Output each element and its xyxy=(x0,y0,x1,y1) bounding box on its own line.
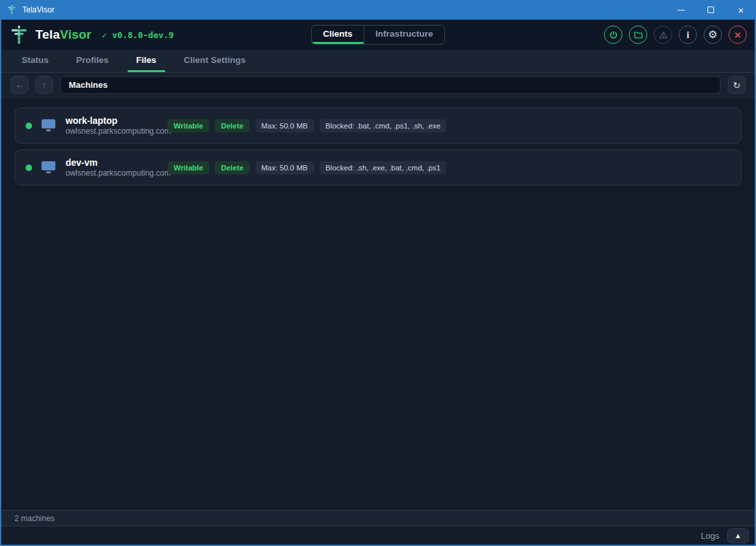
blocked-extensions-badge: Blocked: .bat, .cmd, .ps1, .sh, .exe xyxy=(320,119,447,132)
settings-button[interactable]: ⚙ xyxy=(704,26,722,44)
warning-icon xyxy=(658,30,668,40)
folder-icon xyxy=(633,30,643,40)
max-size-badge: Max: 50.0 MB xyxy=(255,161,314,174)
logs-label: Logs xyxy=(701,531,719,541)
back-arrow-icon: ← xyxy=(15,80,24,90)
app-icon xyxy=(7,5,17,15)
logs-bar: Logs ▲ xyxy=(1,526,755,545)
minimize-button[interactable] xyxy=(666,0,696,20)
blocked-extensions-badge: Blocked: .sh, .exe, .bat, .cmd, .ps1 xyxy=(320,161,447,174)
version-label: ✓ v0.8.0-dev.9 xyxy=(102,30,174,40)
path-input[interactable] xyxy=(60,76,721,94)
folder-button[interactable] xyxy=(629,26,647,44)
tab-client-settings[interactable]: Client Settings xyxy=(176,50,255,72)
refresh-button[interactable]: ↻ xyxy=(728,76,746,94)
tab-files[interactable]: Files xyxy=(128,50,165,72)
back-button[interactable]: ← xyxy=(10,76,28,94)
monitor-icon xyxy=(41,161,56,174)
app-window: TelaVisor × TelaVisor ✓ v0.8.0-dev.9 xyxy=(0,0,756,546)
machine-host: owlsnest.parkscomputing.com xyxy=(66,127,162,136)
info-icon: i xyxy=(687,30,689,40)
close-app-button[interactable]: × xyxy=(728,26,747,44)
close-red-icon: × xyxy=(734,29,741,41)
machine-card-work-laptop[interactable]: work-laptop owlsnest.parkscomputing.com … xyxy=(14,107,742,144)
refresh-icon: ↻ xyxy=(733,80,741,90)
status-bar: 2 machines xyxy=(1,510,755,526)
gear-icon: ⚙ xyxy=(708,29,717,40)
maximize-icon xyxy=(708,7,714,13)
tab-status[interactable]: Status xyxy=(13,50,57,72)
triangle-up-icon: ▲ xyxy=(734,532,742,539)
machine-host: owlsnest.parkscomputing.com xyxy=(66,168,162,178)
machine-card-dev-vm[interactable]: dev-vm owlsnest.parkscomputing.com Writa… xyxy=(14,149,742,185)
delete-badge: Delete xyxy=(215,119,250,132)
window-titlebar[interactable]: TelaVisor × xyxy=(0,0,756,20)
machine-name: work-laptop xyxy=(66,115,162,127)
up-arrow-icon: ↑ xyxy=(42,80,47,90)
max-size-badge: Max: 50.0 MB xyxy=(255,119,314,132)
info-button[interactable]: i xyxy=(679,26,697,44)
logs-expand-button[interactable]: ▲ xyxy=(727,528,749,543)
main-tab-switcher: Clients Infrastructure xyxy=(311,25,445,45)
machine-info: work-laptop owlsnest.parkscomputing.com xyxy=(66,115,162,136)
close-icon: × xyxy=(738,5,744,15)
machine-info: dev-vm owlsnest.parkscomputing.com xyxy=(66,157,162,178)
app-header: TelaVisor ✓ v0.8.0-dev.9 Clients Infrast… xyxy=(1,20,755,50)
writable-badge: Writable xyxy=(168,119,209,132)
window-title: TelaVisor xyxy=(22,5,54,14)
machine-badges: Writable Delete Max: 50.0 MB Blocked: .b… xyxy=(168,119,446,132)
minimize-icon xyxy=(677,10,685,10)
power-icon xyxy=(609,30,618,40)
power-button[interactable] xyxy=(604,26,622,44)
machine-name: dev-vm xyxy=(66,157,162,168)
window-controls: × xyxy=(666,0,756,20)
machine-badges: Writable Delete Max: 50.0 MB Blocked: .s… xyxy=(168,161,446,174)
header-actions: i ⚙ × xyxy=(604,26,747,44)
writable-badge: Writable xyxy=(168,161,209,174)
delete-badge: Delete xyxy=(215,161,250,174)
tab-clients[interactable]: Clients xyxy=(312,26,364,44)
telavisor-logo-icon xyxy=(9,24,29,45)
online-status-dot xyxy=(26,123,32,129)
file-navbar: ← ↑ ↻ xyxy=(1,72,755,97)
machine-count-label: 2 machines xyxy=(14,514,54,523)
close-window-button[interactable]: × xyxy=(726,0,756,20)
tab-infrastructure[interactable]: Infrastructure xyxy=(364,26,444,44)
monitor-icon xyxy=(41,119,56,132)
online-status-dot xyxy=(26,165,32,171)
app-title: TelaVisor xyxy=(35,28,92,42)
maximize-button[interactable] xyxy=(696,0,726,20)
client-tabbar: Status Profiles Files Client Settings xyxy=(1,50,755,72)
tab-profiles[interactable]: Profiles xyxy=(67,50,117,72)
machine-list: work-laptop owlsnest.parkscomputing.com … xyxy=(1,97,755,510)
up-button[interactable]: ↑ xyxy=(35,76,53,94)
app-frame: TelaVisor ✓ v0.8.0-dev.9 Clients Infrast… xyxy=(0,20,756,546)
warnings-button xyxy=(654,26,672,44)
